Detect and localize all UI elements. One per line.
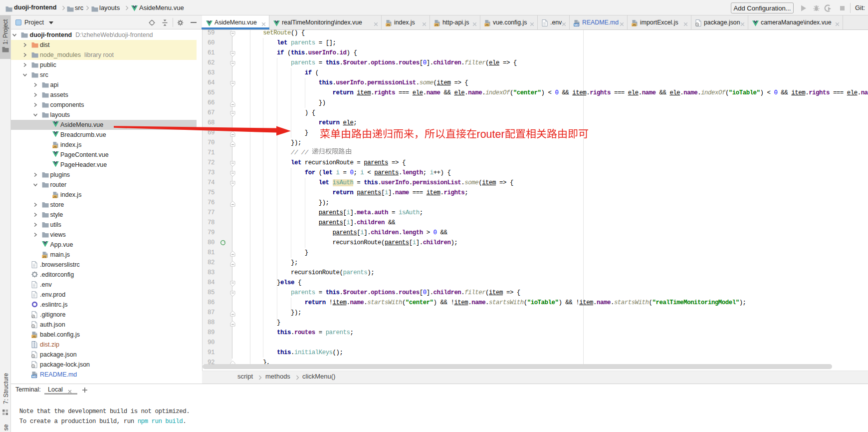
svg-text:JS: JS: [386, 23, 390, 26]
svg-text:JS: JS: [42, 255, 46, 258]
svg-text:JS: JS: [485, 23, 488, 26]
svg-text:JS: JS: [53, 195, 56, 198]
svg-text:JS: JS: [434, 23, 438, 26]
svg-text:MD: MD: [574, 23, 579, 26]
svg-text:JS: JS: [632, 23, 636, 26]
svg-text:JS: JS: [32, 335, 35, 338]
svg-text:MD: MD: [32, 375, 36, 378]
